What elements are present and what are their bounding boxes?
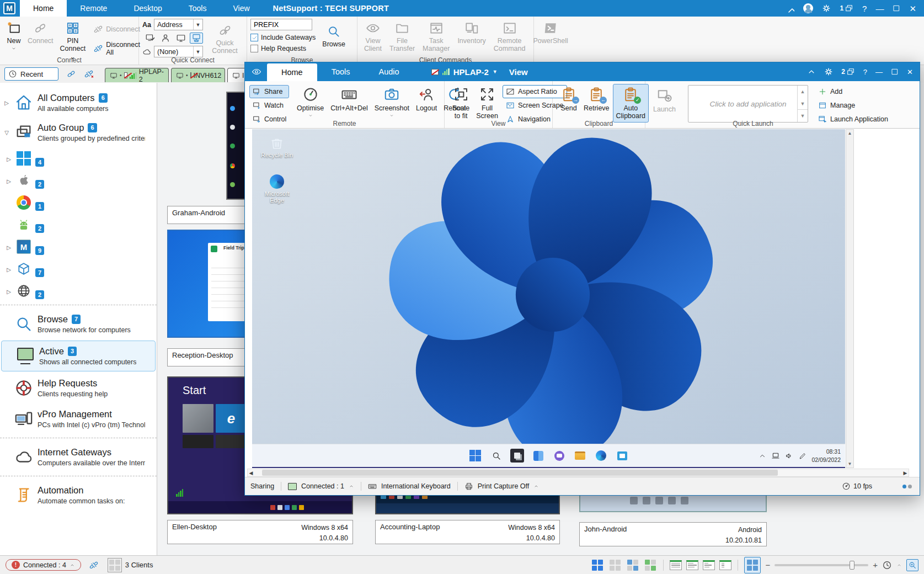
view-small-thumbnails-button[interactable] [608,559,622,572]
close-button[interactable]: ✕ [909,4,916,13]
taskbar-clock[interactable]: 08:3102/09/2022 [811,448,841,463]
help-requests-checkbox[interactable]: Help Requests [250,45,316,52]
zoom-out-button[interactable]: − [765,560,770,570]
expand-arrow-icon[interactable]: ▷ [6,289,12,295]
sidebar-item-active[interactable]: Active3 Shows all connected computers [1,341,156,371]
refresh-interval-clock-icon[interactable] [882,560,892,570]
view-status-button[interactable] [644,559,657,572]
viewport-vertical-scrollbar[interactable]: ▲▼ [846,129,854,468]
address-combobox[interactable]: Address▼ [154,19,203,30]
new-button[interactable]: New [3,19,24,53]
desktop-icon-microsoft-edge[interactable]: Microsoft Edge [259,174,295,204]
disconnect-link-icon[interactable] [84,69,94,79]
remote-taskbar[interactable]: 08:3102/09/2022 [252,444,845,467]
zoom-mode-button[interactable] [906,559,918,571]
sidebar-item-all-computers[interactable]: ▷ All Computers6 All available computers [0,87,157,118]
remote-desktop-viewport[interactable]: Recycle Bin Microsoft Edge [252,129,845,468]
view-tiles-button[interactable] [719,560,731,570]
disconnect-link-icon[interactable] [89,560,99,570]
disconnect-all-button[interactable]: Disconnect All [91,40,142,57]
connect-by-address-icon[interactable] [174,33,188,44]
connected-count-pill[interactable]: ! Connected : 4 [6,559,81,571]
clipboard-retrieve-button[interactable]: ← Retrieve [580,84,613,114]
view-list-button[interactable] [703,560,715,570]
minimize-button[interactable]: — [875,4,884,13]
maximize-button[interactable] [891,68,899,76]
session-tab-hplap2[interactable]: • HPLAP-2 [105,68,169,82]
sidebar-item-help-requests[interactable]: Help Requests Clients requesting help [0,373,157,403]
collapse-ribbon-icon[interactable] [786,4,794,13]
help-button[interactable]: ? [863,68,867,76]
expand-arrow-icon[interactable]: ▷ [3,100,10,106]
sidebar-group-apple[interactable]: ▷ 2 [0,169,157,191]
sidebar-group-web[interactable]: ▷ 2 [0,279,157,301]
full-screen-button[interactable]: Full Screen [473,84,501,123]
view-mixed-button[interactable] [626,559,639,572]
optimise-button[interactable]: Optimise [293,84,327,120]
quick-launch-add-button[interactable]: Add [815,85,891,98]
settings-gear-icon[interactable] [824,67,833,76]
launch-button[interactable]: Launch [650,85,679,115]
scrollbar-thumb[interactable] [262,470,778,476]
expand-arrow-icon[interactable]: ▷ [6,245,12,251]
powershell-button[interactable]: PowerShell [530,19,571,47]
connect-link-icon[interactable] [66,69,76,79]
maximize-button[interactable] [893,4,900,12]
file-transfer-button[interactable]: File Transfer [386,19,418,55]
minimize-button[interactable]: — [875,68,883,76]
sidebar-group-netsupport[interactable]: ▷ M 9 [0,235,157,257]
taskbar-widgets-icon[interactable] [531,449,545,463]
taskbar-task-view-icon[interactable] [510,449,524,463]
view-details-columns-button[interactable] [686,560,698,570]
sidebar-group-windows[interactable]: ▷ 4 [0,147,157,169]
settings-gear-icon[interactable] [822,4,831,13]
session-tab-invh612[interactable]: • INVH612 [171,68,225,82]
close-button[interactable]: ✕ [907,68,913,76]
taskbar-file-explorer-icon[interactable] [573,449,587,463]
zoom-in-button[interactable]: + [873,560,878,570]
ribbon-tab-home[interactable]: Home [20,0,67,17]
sidebar-group-chrome[interactable]: 1 [0,191,157,213]
window-count-button[interactable]: 2 [841,67,855,76]
disconnect-button[interactable]: Disconnect [91,23,142,35]
thumbnail-label-accounting[interactable]: Accounting-Laptop Windows 8 x6410.0.4.80 [375,520,560,544]
viewport-horizontal-scrollbar[interactable]: ◀ ▶ [247,469,909,477]
user-avatar[interactable] [803,3,813,13]
start-button[interactable] [468,449,482,463]
view-client-button[interactable]: View Client [361,19,385,55]
collapse-ribbon-icon[interactable] [807,67,816,76]
collapse-arrow-icon[interactable]: ▽ [3,130,10,136]
connect-by-subnet-icon[interactable] [190,33,203,44]
quick-connect-button[interactable]: Quick Connect [206,21,243,57]
share-button[interactable]: Share [249,85,289,98]
sidebar-item-auto-group[interactable]: ▽ Auto Group6 Clients grouped by predefi… [0,118,157,147]
screenshot-button[interactable]: Screenshot [371,84,413,120]
ribbon-tab-remote[interactable]: Remote [67,0,120,17]
quick-launch-app-list[interactable]: Click to add application ▲▼▼ [688,85,808,123]
slider-thumb[interactable] [850,561,854,570]
viewer-tab-tools[interactable]: Tools [317,62,365,81]
logout-button[interactable]: Logout [413,84,440,114]
ribbon-tab-tools[interactable]: Tools [175,0,220,17]
task-manager-button[interactable]: Task Manager [419,19,453,55]
thumbnail-label-john[interactable]: John-Android Android10.20.10.81 [579,522,767,546]
inventory-button[interactable]: Inventory [454,19,489,47]
scale-to-fit-button[interactable]: Scale to fit [449,84,473,123]
expand-arrow-icon[interactable]: ▷ [6,156,12,162]
viewer-machine-selector[interactable]: HPLAP-2 ▼ View [431,67,528,77]
browse-prefix-input[interactable] [250,19,312,30]
chevron-up-icon[interactable] [896,563,902,567]
sidebar-item-browse[interactable]: Browse7 Browse network for computers [0,309,157,339]
taskbar-edge-icon[interactable] [594,449,608,463]
window-count-button[interactable]: 1 [840,4,853,13]
include-gateways-checkbox[interactable]: Include Gateways [250,34,316,41]
quick-launch-manage-button[interactable]: Manage [815,99,891,112]
thumbnail-size-slider[interactable] [775,564,868,566]
expand-arrow-icon[interactable]: ▷ [6,267,12,273]
viewer-tab-home[interactable]: Home [267,63,317,81]
browse-button[interactable]: Browse [319,22,349,50]
ribbon-tab-view[interactable]: View [220,0,263,17]
ribbon-tab-desktop[interactable]: Desktop [120,0,175,17]
sidebar-item-internet-gateways[interactable]: Internet Gateways Computers available ov… [0,442,157,472]
expand-arrow-icon[interactable]: ▷ [6,178,12,184]
